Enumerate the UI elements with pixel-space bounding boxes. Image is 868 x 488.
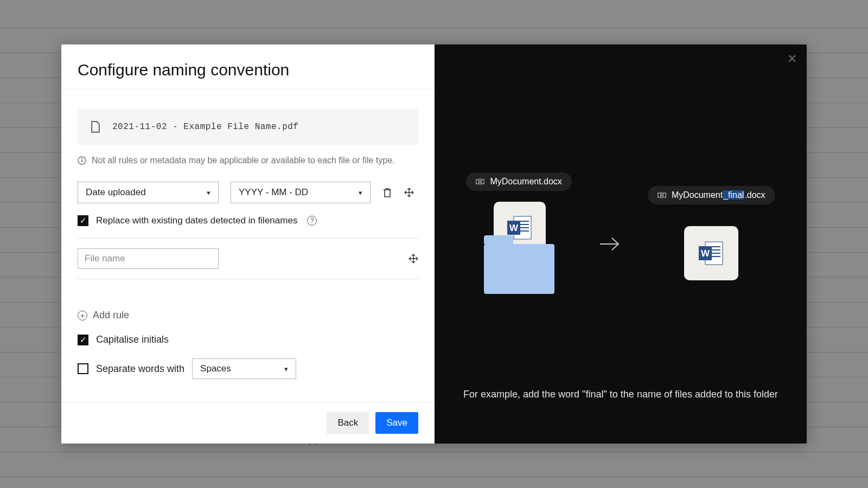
delete-rule-button[interactable] [382,187,392,198]
rule-row-filename [78,248,418,279]
chevron-down-icon: ▾ [284,365,288,373]
before-filename-pill: MyDocument.docx [466,172,572,191]
drag-handle-icon[interactable] [404,188,414,197]
chevron-down-icon: ▾ [207,189,210,197]
modal-title: Configure naming convention [78,61,418,79]
capitalise-label: Capitalise initials [96,334,169,345]
replace-dates-label: Replace with existing dates detected in … [96,215,297,226]
rename-icon [658,191,666,199]
drag-handle-icon[interactable] [409,254,418,264]
svg-rect-13 [658,193,661,197]
rule-row-date: Date uploaded ▾ YYYY - MM - DD ▾ [78,182,418,203]
svg-rect-14 [663,193,666,197]
capitalise-checkbox[interactable]: ✓ [78,335,88,345]
file-icon [91,121,100,133]
rename-illustration: MyDocument.docx W MyDocument_final. [466,172,775,294]
modal-left-pane: Configure naming convention 2021-11-02 -… [61,44,435,444]
svg-text:W: W [509,223,519,233]
naming-convention-modal: Configure naming convention 2021-11-02 -… [61,44,807,444]
svg-point-1 [81,158,82,159]
separator-select[interactable]: Spaces ▾ [192,358,296,379]
arrow-right-icon [599,236,621,252]
folder-icon [484,244,554,294]
filename-preview: 2021-11-02 - Example File Name.pdf [78,109,418,145]
save-button[interactable]: Save [375,412,418,434]
info-icon [78,156,86,165]
modal-right-pane: ✕ MyDocument.docx W [435,44,807,444]
help-icon[interactable]: ? [307,216,317,226]
filename-input[interactable] [78,248,219,269]
svg-rect-3 [476,179,479,184]
svg-rect-4 [482,179,484,184]
illustration-caption: For example, add the word "final" to the… [435,389,807,400]
plus-circle-icon: + [78,311,87,320]
rule-field-select[interactable]: Date uploaded ▾ [78,182,219,203]
after-filename-pill: MyDocument_final.docx [648,186,775,204]
replace-dates-checkbox[interactable]: ✓ [78,215,88,226]
svg-text:W: W [701,248,710,259]
chevron-down-icon: ▾ [359,189,362,197]
separate-words-checkbox[interactable] [78,363,88,374]
preview-filename: 2021-11-02 - Example File Name.pdf [112,122,298,132]
date-format-select[interactable]: YYYY - MM - DD ▾ [231,182,371,203]
add-rule-button[interactable]: + Add rule [78,310,418,321]
close-icon[interactable]: ✕ [787,52,797,66]
info-note: Not all rules or metadata may be applica… [92,156,395,165]
rename-icon [476,178,484,185]
back-button[interactable]: Back [327,412,369,434]
separate-words-label: Separate words with [96,363,184,375]
folder-icon [484,235,513,244]
svg-rect-2 [81,160,82,163]
word-file-icon: W [684,226,738,280]
